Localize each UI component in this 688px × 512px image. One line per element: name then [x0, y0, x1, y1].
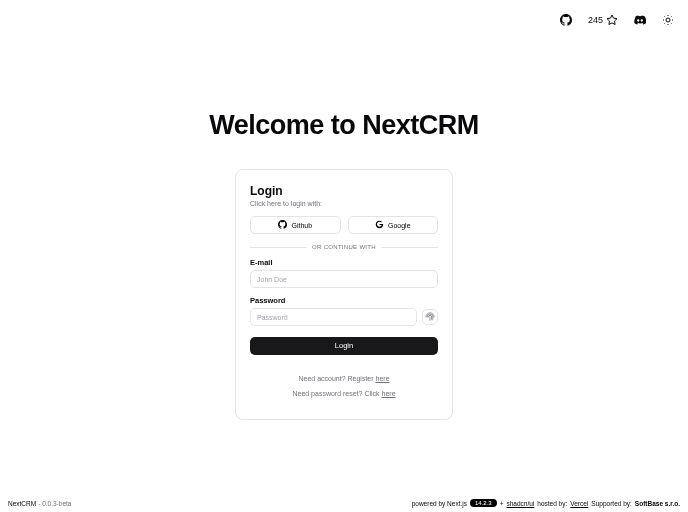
footer-hosted: hosted by:	[537, 500, 567, 507]
svg-line-9	[671, 16, 672, 17]
login-button[interactable]: Login	[250, 337, 438, 355]
reset-link[interactable]: here	[382, 390, 396, 397]
github-icon	[560, 14, 572, 26]
google-label: Google	[388, 222, 411, 229]
star-icon	[606, 14, 618, 26]
footer-version: - 0.0.3-beta	[38, 500, 71, 507]
reset-line: Need password reset? Click here	[250, 390, 438, 397]
nextjs-version-badge: 14.2.3	[470, 499, 497, 507]
theme-toggle[interactable]	[658, 10, 678, 30]
shadcn-link[interactable]: shadcn/ui	[506, 500, 534, 507]
svg-marker-0	[607, 15, 617, 25]
softbase-link[interactable]: SoftBase s.r.o.	[635, 500, 680, 507]
stars-value: 245	[588, 15, 603, 25]
svg-line-5	[671, 23, 672, 24]
footer-app: NextCRM	[8, 500, 36, 507]
email-input[interactable]	[250, 270, 438, 288]
google-login-button[interactable]: Google	[348, 216, 439, 234]
register-link[interactable]: here	[376, 375, 390, 382]
password-label: Password	[250, 296, 438, 305]
github-link[interactable]	[556, 10, 576, 30]
register-line: Need account? Register here	[250, 375, 438, 382]
sun-icon	[662, 14, 674, 26]
github-login-button[interactable]: Github	[250, 216, 341, 234]
stars-count[interactable]: 245	[584, 10, 622, 30]
footer: NextCRM - 0.0.3-beta powered by Next.js …	[0, 499, 688, 507]
vercel-link[interactable]: Vercel	[570, 500, 588, 507]
discord-link[interactable]	[630, 10, 650, 30]
svg-line-8	[664, 23, 665, 24]
discord-icon	[634, 14, 646, 26]
divider-text: OR CONTINUE WITH	[306, 244, 382, 250]
login-card: Login Click here to login with: Github G…	[235, 169, 453, 420]
github-label: Github	[291, 222, 312, 229]
footer-powered: powered by Next.js	[412, 500, 467, 507]
divider: OR CONTINUE WITH	[250, 244, 438, 250]
svg-point-1	[666, 18, 670, 22]
github-icon	[278, 220, 287, 230]
fingerprint-icon	[425, 312, 435, 322]
svg-line-4	[664, 16, 665, 17]
card-title: Login	[250, 184, 438, 198]
fingerprint-button[interactable]	[422, 309, 438, 325]
google-icon	[375, 220, 384, 230]
footer-plus: +	[500, 500, 504, 507]
email-label: E-mail	[250, 258, 438, 267]
password-input[interactable]	[250, 308, 417, 326]
page-title: Welcome to NextCRM	[209, 110, 479, 141]
footer-supported: Supported by:	[591, 500, 631, 507]
card-subtitle: Click here to login with:	[250, 200, 438, 207]
